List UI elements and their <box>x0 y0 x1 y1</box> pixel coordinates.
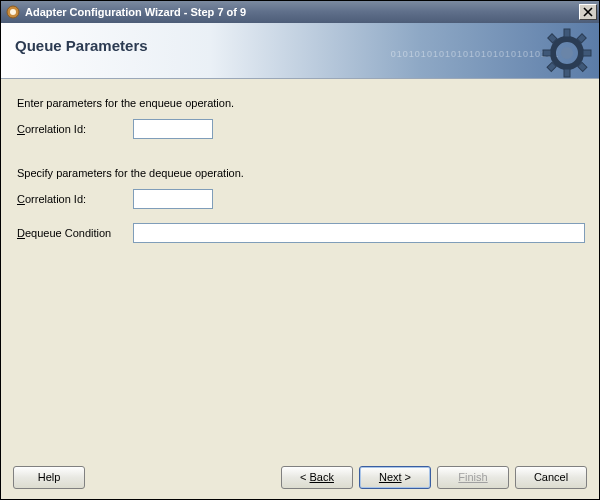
dequeue-condition-label: Dequeue Condition <box>15 227 133 239</box>
help-button[interactable]: Help <box>13 466 85 489</box>
wizard-footer: Help < Back Next > Finish Cancel <box>1 455 599 499</box>
next-button[interactable]: Next > <box>359 466 431 489</box>
header-decoration: 0101010101010101010101010101 <box>391 49 559 59</box>
enqueue-correlation-input[interactable] <box>133 119 213 139</box>
cancel-button[interactable]: Cancel <box>515 466 587 489</box>
finish-button: Finish <box>437 466 509 489</box>
dequeue-correlation-input[interactable] <box>133 189 213 209</box>
dequeue-condition-row: Dequeue Condition <box>15 223 585 243</box>
enqueue-correlation-row: Correlation Id: <box>15 119 585 139</box>
svg-rect-5 <box>543 50 551 56</box>
svg-rect-6 <box>583 50 591 56</box>
enqueue-correlation-label: Correlation Id: <box>15 123 133 135</box>
svg-point-11 <box>561 47 573 59</box>
dequeue-correlation-label: Correlation Id: <box>15 193 133 205</box>
gear-icon <box>541 27 593 79</box>
dequeue-instruction: Specify parameters for the dequeue opera… <box>17 167 585 179</box>
titlebar: Adapter Configuration Wizard - Step 7 of… <box>1 1 599 23</box>
wizard-content: Enter parameters for the enqueue operati… <box>1 79 599 455</box>
svg-rect-4 <box>564 69 570 77</box>
close-button[interactable] <box>579 4 597 20</box>
window-title: Adapter Configuration Wizard - Step 7 of… <box>25 6 579 18</box>
back-button[interactable]: < Back <box>281 466 353 489</box>
wizard-header: Queue Parameters 01010101010101010101010… <box>1 23 599 79</box>
dequeue-correlation-row: Correlation Id: <box>15 189 585 209</box>
svg-point-1 <box>10 9 16 15</box>
enqueue-instruction: Enter parameters for the enqueue operati… <box>17 97 585 109</box>
svg-rect-3 <box>564 29 570 37</box>
page-title: Queue Parameters <box>15 37 148 54</box>
dequeue-condition-input[interactable] <box>133 223 585 243</box>
app-icon <box>5 4 21 20</box>
